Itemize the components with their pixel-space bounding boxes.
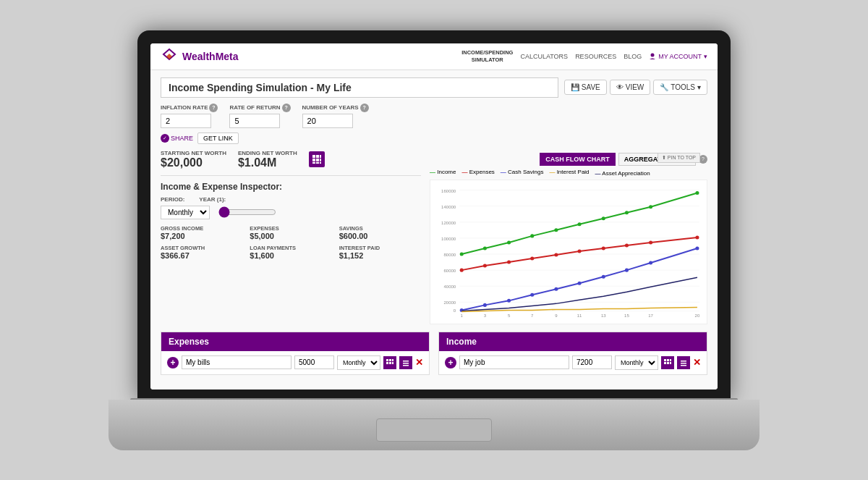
nav-simulator[interactable]: INCOME/SPENDINGSIMULATOR [461, 49, 513, 64]
nav-resources[interactable]: RESOURCES [575, 53, 616, 60]
svg-text:17: 17 [648, 313, 653, 318]
net-worth-grid-icon[interactable] [309, 151, 325, 167]
years-input[interactable] [302, 114, 353, 128]
years-info-icon[interactable]: ? [360, 104, 369, 112]
svg-rect-5 [320, 155, 321, 158]
income-frequency-select[interactable]: Monthly Annual Weekly [615, 355, 658, 370]
expense-list-button[interactable] [399, 356, 412, 369]
svg-text:20: 20 [695, 313, 700, 318]
svg-rect-79 [664, 359, 666, 361]
svg-rect-74 [389, 362, 391, 364]
nav-blog[interactable]: BLOG [624, 53, 642, 60]
svg-text:120000: 120000 [441, 220, 456, 224]
svg-rect-4 [316, 155, 319, 158]
svg-point-46 [602, 216, 605, 220]
svg-text:20000: 20000 [443, 300, 456, 305]
title-row: 💾 SAVE 👁 VIEW 🔧 TOOLS ▾ [161, 77, 707, 98]
svg-point-51 [483, 264, 487, 267]
pin-to-top-button[interactable]: ⬆ PIN TO TOP [658, 153, 700, 163]
legend-expenses: — Expenses [461, 169, 494, 177]
share-link: ✓ SHARE [161, 134, 193, 143]
svg-text:3: 3 [484, 313, 487, 318]
svg-point-55 [578, 249, 582, 253]
svg-text:80000: 80000 [443, 253, 456, 257]
nav-calculators[interactable]: CALCULATORS [520, 53, 568, 60]
view-button[interactable]: 👁 VIEW [610, 80, 651, 95]
save-button[interactable]: 💾 SAVE [564, 80, 607, 95]
period-select[interactable]: Monthly [161, 206, 210, 219]
expense-frequency-select[interactable]: Monthly Annual Weekly [337, 355, 380, 370]
delete-expense-button[interactable]: ✕ [415, 357, 423, 368]
eye-icon: 👁 [616, 83, 624, 91]
svg-text:1: 1 [461, 313, 464, 318]
svg-rect-84 [670, 362, 671, 364]
expense-item: + Monthly Annual Weekly [167, 355, 423, 370]
starting-net-worth: STARTING NET WORTH $20,000 [161, 150, 226, 169]
add-income-button[interactable]: + [445, 357, 456, 369]
svg-point-69 [695, 246, 699, 250]
svg-point-68 [649, 261, 652, 264]
income-grid-button[interactable] [661, 356, 674, 369]
laptop-trackpad [376, 418, 492, 442]
years-group: NUMBER OF YEARS ? [302, 104, 369, 128]
list-icon [402, 359, 409, 366]
inspector-title: Income & Expense Inspector: [161, 182, 421, 192]
chart-legend: — Income — Expenses — Cash Savings — Int… [430, 169, 707, 177]
inflation-info-icon[interactable]: ? [209, 104, 218, 112]
svg-text:13: 13 [601, 313, 606, 318]
inflation-rate-input[interactable] [161, 114, 211, 128]
svg-point-40 [460, 252, 464, 256]
savings-stat: SAVINGS $600.00 [339, 225, 421, 240]
rate-of-return-group: RATE OF RETURN ? [229, 104, 290, 128]
simulation-title[interactable] [161, 77, 558, 98]
income-panel-header: Income [439, 332, 707, 351]
expenses-panel-header: Expenses [161, 332, 429, 351]
svg-rect-73 [386, 362, 388, 364]
expense-grid-button[interactable] [383, 356, 396, 369]
expense-amount-input[interactable] [294, 355, 334, 369]
svg-text:140000: 140000 [441, 204, 456, 209]
expense-name-input[interactable] [182, 355, 292, 369]
svg-rect-80 [667, 359, 669, 361]
get-link-button[interactable]: GET LINK [197, 132, 239, 144]
svg-point-61 [483, 303, 487, 306]
income-item: + Monthly Annual Weekly [445, 355, 701, 370]
income-name-input[interactable] [459, 355, 569, 369]
svg-rect-7 [316, 159, 319, 161]
svg-text:40000: 40000 [443, 285, 456, 289]
tools-button[interactable]: 🔧 TOOLS ▾ [653, 80, 707, 95]
account-icon [649, 53, 656, 60]
legend-income: — Income [430, 169, 456, 177]
svg-rect-71 [389, 359, 391, 361]
nav-account[interactable]: MY ACCOUNT ▾ [649, 53, 707, 60]
nav-links: INCOME/SPENDINGSIMULATOR CALCULATORS RES… [461, 49, 707, 64]
svg-point-47 [625, 211, 629, 214]
add-expense-button[interactable]: + [167, 357, 179, 369]
nav-bar: WealthMeta INCOME/SPENDINGSIMULATOR CALC… [150, 43, 718, 70]
share-icon[interactable]: ✓ [161, 134, 169, 143]
year-slider-container [218, 206, 276, 218]
svg-rect-6 [312, 159, 315, 161]
cash-flow-chart-tab[interactable]: CASH FLOW CHART [540, 153, 616, 166]
svg-text:60000: 60000 [443, 269, 456, 273]
share-row: ✓ SHARE GET LINK [161, 132, 707, 144]
legend-interest-paid: — Interest Paid [549, 169, 589, 177]
svg-point-2 [651, 53, 655, 56]
svg-point-54 [554, 253, 558, 256]
svg-point-50 [460, 268, 464, 271]
income-amount-input[interactable] [572, 355, 612, 369]
svg-rect-85 [681, 361, 686, 362]
return-info-icon[interactable]: ? [282, 104, 291, 112]
interest-paid-stat: INTEREST PAID $1,152 [339, 245, 421, 260]
svg-rect-81 [670, 359, 671, 361]
inspector-labels: PERIOD: YEAR (1): [161, 196, 421, 203]
svg-point-58 [649, 240, 652, 244]
delete-income-button[interactable]: ✕ [693, 357, 701, 368]
svg-rect-72 [392, 359, 393, 361]
svg-rect-8 [320, 159, 321, 161]
svg-rect-86 [681, 363, 686, 364]
inspector-controls: Monthly [161, 206, 421, 219]
year-slider[interactable] [218, 206, 276, 218]
income-list-button[interactable] [677, 356, 690, 369]
rate-of-return-input[interactable] [229, 114, 280, 128]
